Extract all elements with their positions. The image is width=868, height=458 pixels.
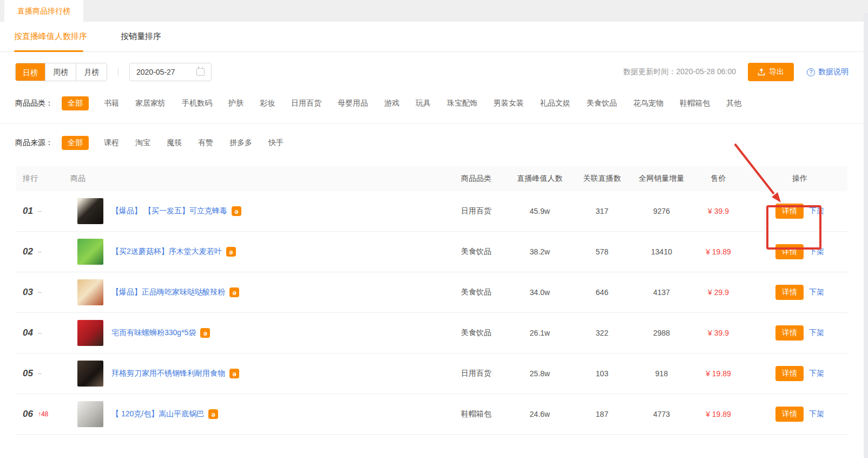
- cell-price: ¥ 19.89: [685, 369, 752, 378]
- header-rank: 排行: [16, 174, 70, 184]
- active-subtab-indicator: [14, 50, 83, 52]
- detail-button[interactable]: 详情: [775, 244, 804, 259]
- category-option[interactable]: 家居家纺: [135, 99, 166, 108]
- detail-button[interactable]: 详情: [775, 204, 804, 219]
- cell-price: ¥ 39.9: [685, 207, 752, 215]
- rank-number: 02: [23, 246, 33, 257]
- offshelf-link[interactable]: 下架: [809, 328, 824, 338]
- category-option[interactable]: 书籍: [104, 99, 119, 108]
- header-product: 商品: [70, 174, 438, 184]
- category-option[interactable]: 花鸟宠物: [633, 99, 663, 108]
- source-option[interactable]: 淘宝: [135, 138, 150, 148]
- category-option[interactable]: 其他: [726, 99, 741, 108]
- table-row: 04– 宅而有味螺蛳粉330g*5袋ə 美食饮品 26.1w 322 2988 …: [16, 313, 847, 354]
- cell-sales-growth: 9276: [639, 207, 685, 215]
- cell-live-count: 646: [565, 288, 639, 297]
- rank-number: 04: [23, 328, 33, 338]
- shop-badge-icon: ə: [200, 328, 210, 338]
- category-option[interactable]: 礼品文娱: [540, 99, 570, 108]
- source-option[interactable]: 课程: [104, 138, 119, 148]
- header-sales-growth: 全网销量增量: [639, 174, 685, 184]
- product-title-link[interactable]: 【买2送蘑菇杯】序木堂大麦若叶: [111, 247, 222, 257]
- period-daily-button[interactable]: 日榜: [15, 63, 45, 81]
- offshelf-link[interactable]: 下架: [809, 287, 824, 297]
- cell-price: ¥ 29.9: [685, 288, 752, 297]
- category-option[interactable]: 游戏: [384, 99, 399, 108]
- offshelf-link[interactable]: 下架: [809, 247, 824, 257]
- table-header-row: 排行 商品 商品品类 直播峰值人数 关联直播数 全网销量增量 售价 操作: [16, 166, 847, 191]
- category-option[interactable]: 珠宝配饰: [447, 99, 477, 108]
- table-row: 05– 拜格剪刀家用不锈钢锋利耐用食物ə 日用百货 25.8w 103 918 …: [16, 354, 847, 394]
- product-thumbnail: [77, 239, 103, 265]
- subtab-by-sales[interactable]: 按销量排序: [121, 31, 161, 42]
- category-filter-label: 商品品类：: [15, 99, 53, 108]
- category-option[interactable]: 日用百货: [291, 99, 321, 108]
- category-option[interactable]: 鞋帽箱包: [680, 99, 710, 108]
- scrollbar-track[interactable]: [864, 13, 868, 458]
- cell-category: 鞋帽箱包: [438, 409, 514, 419]
- toolbar-right: 数据更新时间：2020-05-28 06:00 导出 ? 数据说明: [623, 63, 849, 81]
- cell-sales-growth: 4137: [639, 288, 685, 297]
- rank-change: –: [38, 248, 42, 256]
- cell-sales-growth: 13410: [639, 247, 685, 256]
- tab-live-product-ranking[interactable]: 直播商品排行榜: [4, 0, 83, 22]
- source-option[interactable]: 拼多多: [229, 138, 252, 148]
- shop-badge-icon: ə: [229, 369, 239, 378]
- product-title-link[interactable]: 拜格剪刀家用不锈钢锋利耐用食物: [111, 369, 225, 378]
- subtab-by-peak-viewers[interactable]: 按直播峰值人数排序: [14, 31, 87, 42]
- category-option[interactable]: 美食饮品: [587, 99, 617, 108]
- cell-category: 日用百货: [438, 206, 514, 216]
- source-option[interactable]: 魔筷: [167, 138, 182, 148]
- cell-price: ¥ 19.89: [685, 410, 752, 418]
- category-option[interactable]: 男装女装: [494, 99, 524, 108]
- offshelf-link[interactable]: 下架: [809, 369, 824, 378]
- period-toggle-group: 日榜 周榜 月榜: [15, 63, 107, 81]
- cell-sales-growth: 4773: [639, 410, 685, 418]
- product-title-link[interactable]: 宅而有味螺蛳粉330g*5袋: [111, 328, 196, 338]
- data-info-link[interactable]: ? 数据说明: [807, 67, 849, 77]
- cell-live-count: 317: [565, 207, 639, 215]
- cell-live-count: 103: [565, 369, 639, 378]
- detail-button[interactable]: 详情: [775, 407, 804, 422]
- cell-peak-viewers: 38.2w: [514, 247, 565, 256]
- cell-sales-growth: 918: [639, 369, 685, 378]
- category-option[interactable]: 手机数码: [182, 99, 212, 108]
- cell-peak-viewers: 26.1w: [514, 329, 565, 337]
- rank-number: 03: [23, 287, 33, 298]
- category-option[interactable]: 母婴用品: [338, 99, 368, 108]
- detail-button[interactable]: 详情: [775, 325, 804, 341]
- rank-change: –: [38, 370, 42, 377]
- source-option-all[interactable]: 全部: [62, 136, 89, 150]
- cell-live-count: 187: [565, 410, 639, 418]
- product-title-link[interactable]: 【爆品】正品嗨吃家味哒哒酸辣粉: [111, 287, 225, 297]
- detail-button[interactable]: 详情: [775, 285, 804, 300]
- offshelf-link[interactable]: 下架: [809, 409, 824, 419]
- rank-change-up: ↑48: [38, 410, 48, 418]
- category-option-all[interactable]: 全部: [62, 96, 89, 110]
- source-option[interactable]: 快手: [268, 138, 284, 148]
- product-title-link[interactable]: 【 120克/包】嵩山平底锅巴: [111, 409, 204, 419]
- product-thumbnail: [77, 320, 103, 346]
- sort-subtabs: 按直播峰值人数排序 按销量排序: [0, 22, 864, 52]
- rank-number: 01: [23, 206, 33, 217]
- cell-category: 日用百货: [438, 369, 514, 378]
- category-option[interactable]: 护肤: [228, 99, 244, 108]
- export-button[interactable]: 导出: [748, 63, 794, 81]
- date-picker[interactable]: 2020-05-27: [129, 63, 212, 81]
- period-monthly-button[interactable]: 月榜: [76, 63, 107, 81]
- cell-category: 美食饮品: [438, 328, 514, 338]
- source-option[interactable]: 有赞: [198, 138, 213, 148]
- category-option[interactable]: 玩具: [416, 99, 431, 108]
- period-weekly-button[interactable]: 周榜: [45, 63, 76, 81]
- header-peak-viewers: 直播峰值人数: [514, 174, 565, 184]
- cell-sales-growth: 2988: [639, 329, 685, 337]
- shop-badge-icon: ə: [232, 206, 241, 216]
- category-option[interactable]: 彩妆: [260, 99, 275, 108]
- rank-number: 06: [23, 409, 33, 420]
- date-value: 2020-05-27: [136, 68, 175, 76]
- product-title-link[interactable]: 【爆品】 【买一发五】可立克蜂毒: [111, 206, 227, 216]
- cell-live-count: 322: [565, 329, 639, 337]
- detail-button[interactable]: 详情: [775, 366, 804, 381]
- offshelf-link[interactable]: 下架: [809, 206, 824, 216]
- cell-peak-viewers: 45.9w: [514, 207, 565, 215]
